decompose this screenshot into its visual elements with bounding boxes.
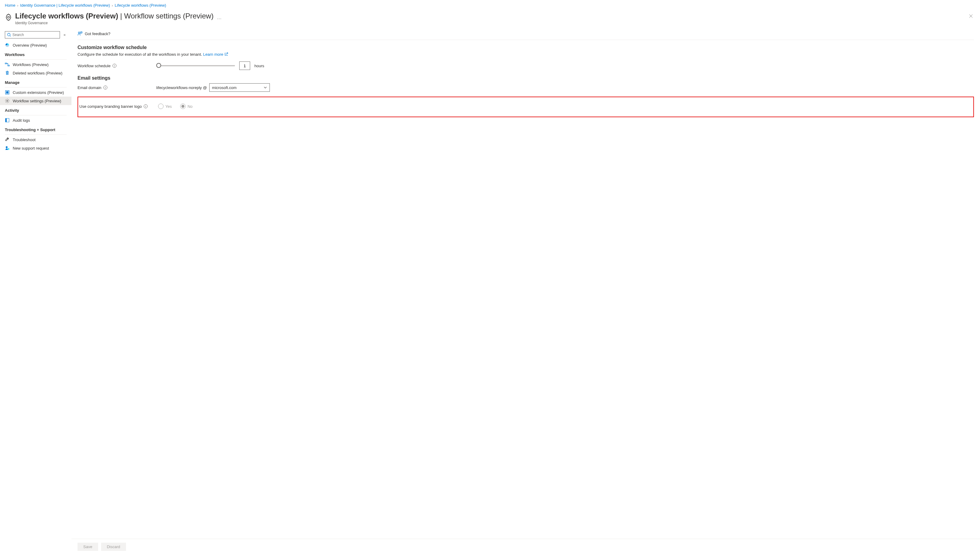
- sidebar-section-workflows: Workflows: [0, 49, 71, 59]
- workflow-schedule-row: Workflow schedule hours: [77, 61, 974, 71]
- sidebar-section-activity: Activity: [0, 105, 71, 115]
- more-icon[interactable]: ···: [217, 16, 222, 21]
- svg-point-9: [6, 146, 8, 148]
- sidebar-item-label: Troubleshoot: [13, 137, 36, 142]
- schedule-section-desc: Configure the schedule for execution of …: [77, 52, 974, 57]
- svg-rect-8: [5, 118, 6, 122]
- radio-label-no: No: [187, 104, 193, 109]
- page-title: Lifecycle workflows (Preview) | Workflow…: [15, 12, 213, 20]
- radio-icon: [180, 103, 186, 109]
- sidebar-item-label: Overview (Preview): [13, 43, 47, 48]
- trash-icon: [5, 71, 10, 75]
- sidebar-item-workflows[interactable]: Workflows (Preview): [0, 60, 71, 69]
- schedule-section-title: Customize workflow schedule: [77, 45, 974, 50]
- email-domain-value: microsoft.com: [212, 86, 237, 90]
- sidebar-item-new-support[interactable]: New support request: [0, 144, 71, 152]
- overview-icon: [5, 43, 10, 48]
- chevron-down-icon: [263, 86, 267, 89]
- divider: [5, 59, 67, 60]
- svg-point-11: [78, 32, 80, 34]
- breadcrumb-identity-governance[interactable]: Identity Governance | Lifecycle workflow…: [20, 3, 110, 8]
- info-icon[interactable]: [112, 64, 116, 68]
- divider: [5, 115, 67, 115]
- sidebar: « Overview (Preview) Workflows Workflows…: [0, 29, 71, 554]
- sidebar-item-label: New support request: [13, 146, 49, 150]
- sidebar-section-manage: Manage: [0, 77, 71, 87]
- schedule-hours-input[interactable]: [239, 61, 250, 70]
- close-button[interactable]: [967, 13, 975, 20]
- radio-icon: [158, 103, 163, 109]
- settings-icon: [5, 99, 10, 103]
- divider: [5, 134, 67, 135]
- chevron-right-icon: ›: [17, 4, 18, 7]
- email-section-title: Email settings: [77, 75, 974, 81]
- search-input-wrap[interactable]: [5, 31, 60, 39]
- gear-icon: [5, 14, 12, 21]
- svg-point-6: [6, 100, 8, 102]
- svg-rect-5: [6, 91, 8, 93]
- schedule-unit: hours: [254, 64, 265, 68]
- main-content: Got feedback? Customize workflow schedul…: [71, 29, 980, 554]
- sidebar-item-label: Workflow settings (Preview): [13, 99, 61, 103]
- sidebar-section-troubleshoot: Troubleshooting + Support: [0, 124, 71, 134]
- sidebar-item-label: Workflows (Preview): [13, 62, 48, 67]
- learn-more-link[interactable]: Learn more: [203, 52, 228, 57]
- branding-label: Use company branding banner logo: [79, 104, 142, 109]
- sidebar-item-troubleshoot[interactable]: Troubleshoot: [0, 135, 71, 144]
- sidebar-item-audit-logs[interactable]: Audit logs: [0, 116, 71, 124]
- extension-icon: [5, 90, 10, 95]
- page-header: Lifecycle workflows (Preview) | Workflow…: [0, 11, 980, 29]
- breadcrumb-home[interactable]: Home: [5, 3, 15, 8]
- divider: [5, 87, 67, 87]
- sidebar-item-overview[interactable]: Overview (Preview): [0, 41, 71, 49]
- logs-icon: [5, 118, 10, 123]
- branding-radio-no[interactable]: No: [180, 103, 193, 109]
- person-feedback-icon: [77, 31, 82, 36]
- slider-thumb[interactable]: [156, 63, 161, 68]
- workflow-schedule-label: Workflow schedule: [77, 64, 111, 68]
- email-domain-select[interactable]: microsoft.com: [209, 83, 270, 92]
- info-icon[interactable]: [103, 86, 108, 90]
- highlighted-region: Use company branding banner logo Yes No: [77, 97, 974, 117]
- collapse-sidebar-icon[interactable]: «: [62, 33, 67, 37]
- discard-button[interactable]: Discard: [101, 543, 126, 551]
- search-icon: [7, 33, 11, 37]
- email-domain-label: Email domain: [77, 86, 102, 90]
- svg-rect-3: [8, 65, 10, 66]
- svg-point-1: [8, 33, 10, 36]
- branding-radio-yes[interactable]: Yes: [158, 103, 172, 109]
- svg-point-10: [8, 148, 10, 150]
- support-icon: [5, 145, 10, 150]
- radio-label-yes: Yes: [165, 104, 172, 109]
- email-domain-row: Email domain lifecycleworkflows-noreply …: [77, 82, 974, 92]
- save-button[interactable]: Save: [77, 543, 98, 551]
- chevron-right-icon: ›: [112, 4, 113, 7]
- sidebar-item-label: Audit logs: [13, 118, 30, 123]
- sidebar-item-deleted-workflows[interactable]: Deleted workflows (Preview): [0, 69, 71, 77]
- page-subtitle: Identity Governance: [15, 21, 213, 25]
- sidebar-item-workflow-settings[interactable]: Workflow settings (Preview): [0, 97, 71, 105]
- feedback-button[interactable]: Got feedback?: [77, 31, 111, 36]
- sidebar-item-label: Deleted workflows (Preview): [13, 71, 62, 75]
- svg-rect-2: [5, 63, 6, 64]
- search-input[interactable]: [11, 33, 58, 37]
- workflows-icon: [5, 62, 10, 67]
- sidebar-item-custom-extensions[interactable]: Custom extensions (Preview): [0, 88, 71, 97]
- footer-bar: Save Discard: [71, 539, 980, 554]
- email-prefix: lifecycleworkflows-noreply @: [156, 86, 207, 90]
- wrench-icon: [5, 137, 10, 142]
- breadcrumb-lifecycle-workflows[interactable]: Lifecycle workflows (Preview): [115, 3, 166, 8]
- schedule-slider[interactable]: [156, 65, 235, 66]
- breadcrumb: Home › Identity Governance | Lifecycle w…: [0, 0, 980, 11]
- external-link-icon: [224, 52, 228, 56]
- info-icon[interactable]: [144, 104, 148, 108]
- svg-point-0: [8, 16, 10, 18]
- feedback-label: Got feedback?: [85, 31, 111, 36]
- sidebar-item-label: Custom extensions (Preview): [13, 90, 64, 95]
